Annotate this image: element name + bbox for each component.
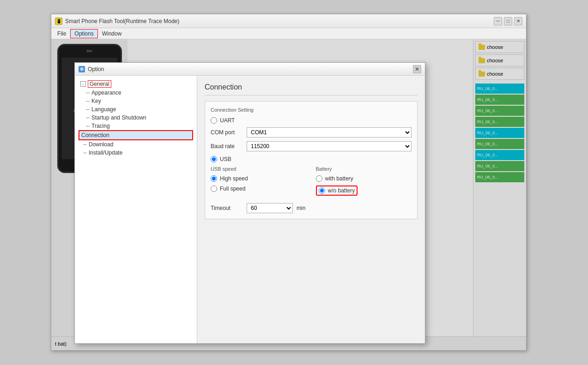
tree-label-tracing[interactable]: Tracing xyxy=(91,123,110,129)
tree-dash-language xyxy=(86,109,90,110)
app-title: Smart Phone Flash Tool(Runtime Trace Mod… xyxy=(65,18,179,24)
window-menu[interactable]: Window xyxy=(98,29,126,38)
uart-label: UART xyxy=(220,117,235,124)
tree-label-appearance[interactable]: Appearance xyxy=(91,90,121,96)
high-speed-row: High speed xyxy=(211,175,307,182)
tree-dash-download xyxy=(83,144,87,145)
tree-label-install-update[interactable]: Install/Update xyxy=(89,150,122,156)
tree-label-general[interactable]: General xyxy=(88,80,111,88)
title-controls: ─ □ ✕ xyxy=(494,17,522,25)
option-dialog: ⚙ Option ✕ - General xyxy=(74,62,425,344)
close-button[interactable]: ✕ xyxy=(514,17,522,25)
com-port-label: COM port xyxy=(211,129,243,136)
high-speed-label: High speed xyxy=(220,175,248,182)
dialog-title-left: ⚙ Option xyxy=(79,66,104,72)
with-battery-label: with battery xyxy=(325,175,353,182)
with-battery-radio[interactable] xyxy=(316,175,322,182)
with-battery-row: with battery xyxy=(316,175,412,182)
timeout-unit: min xyxy=(297,205,305,211)
app-window: 📱 Smart Phone Flash Tool(Runtime Trace M… xyxy=(51,14,527,351)
battery-column: Battery with battery w/o battery xyxy=(316,166,412,199)
tree-expand-general[interactable]: - xyxy=(80,81,86,87)
usb-speed-column: USB speed High speed Full speed xyxy=(211,166,307,199)
tree-label-startup-shutdown[interactable]: Startup and Shutdown xyxy=(91,114,146,121)
baud-rate-row: Baud rate 115200 xyxy=(211,141,412,151)
tree-item-connection[interactable]: Connection xyxy=(79,130,193,140)
wo-battery-row: w/o battery xyxy=(316,185,412,196)
tree-item-general[interactable]: - General xyxy=(79,79,193,89)
tree-dash-key xyxy=(86,101,90,102)
uart-row: UART xyxy=(211,117,412,124)
usb-battery-columns: USB speed High speed Full speed xyxy=(211,166,412,199)
maximize-button[interactable]: □ xyxy=(504,17,512,25)
tree-panel: - General Appearance Key xyxy=(75,76,197,343)
tree-item-key[interactable]: Key xyxy=(79,97,193,105)
battery-title: Battery xyxy=(316,166,412,172)
dialog-icon: ⚙ xyxy=(79,66,85,72)
modal-overlay: ⚙ Option ✕ - General xyxy=(51,39,526,350)
usb-row: USB xyxy=(211,156,412,162)
baud-rate-label: Baud rate xyxy=(211,143,243,150)
dialog-body: - General Appearance Key xyxy=(75,76,425,343)
minimize-button[interactable]: ─ xyxy=(494,17,502,25)
full-speed-radio[interactable] xyxy=(211,185,217,192)
high-speed-radio[interactable] xyxy=(211,175,217,182)
usb-radio[interactable] xyxy=(211,156,217,162)
dialog-close-button[interactable]: ✕ xyxy=(413,65,421,73)
timeout-select[interactable]: 60 xyxy=(247,203,293,213)
com-port-select[interactable]: COM1 xyxy=(247,127,412,138)
tree-dash-appearance xyxy=(86,93,90,93)
wo-battery-label: w/o battery xyxy=(328,187,355,194)
full-speed-row: Full speed xyxy=(211,185,307,192)
tree-item-install-update[interactable]: Install/Update xyxy=(79,149,193,157)
tree-item-language[interactable]: Language xyxy=(79,105,193,114)
content-panel: Connection Connection Setting UART COM p… xyxy=(197,76,425,343)
timeout-label: Timeout xyxy=(211,205,243,211)
dialog-title-text: Option xyxy=(88,66,104,72)
tree-item-download[interactable]: Download xyxy=(79,140,193,149)
menu-bar: File Options Window xyxy=(51,28,526,39)
usb-speed-title: USB speed xyxy=(211,166,307,172)
wo-battery-highlight: w/o battery xyxy=(316,185,358,196)
file-menu[interactable]: File xyxy=(53,29,70,38)
title-bar-left: 📱 Smart Phone Flash Tool(Runtime Trace M… xyxy=(55,18,179,25)
wo-battery-radio[interactable] xyxy=(319,187,325,194)
options-menu[interactable]: Options xyxy=(70,29,97,38)
connection-settings-box: Connection Setting UART COM port COM1 xyxy=(205,101,418,219)
tree-dash-install xyxy=(83,153,87,153)
tree-item-startup-shutdown[interactable]: Startup and Shutdown xyxy=(79,114,193,122)
uart-radio[interactable] xyxy=(211,117,217,124)
timeout-row: Timeout 60 min xyxy=(211,203,412,213)
tree-dash-tracing xyxy=(86,126,90,126)
app-content: BM MT657 choose choose choose xyxy=(51,39,526,350)
tree-label-language[interactable]: Language xyxy=(91,106,116,113)
com-port-row: COM port COM1 xyxy=(211,127,412,138)
app-icon: 📱 xyxy=(55,18,62,25)
usb-label: USB xyxy=(220,156,231,162)
tree-dash-startup xyxy=(86,118,90,118)
section-label: Connection Setting xyxy=(211,107,412,113)
tree-item-tracing[interactable]: Tracing xyxy=(79,122,193,130)
tree-item-appearance[interactable]: Appearance xyxy=(79,89,193,97)
content-title: Connection xyxy=(205,83,418,96)
baud-rate-select[interactable]: 115200 xyxy=(247,141,412,151)
tree-label-download[interactable]: Download xyxy=(89,141,113,148)
full-speed-label: Full speed xyxy=(220,185,245,192)
dialog-title-bar: ⚙ Option ✕ xyxy=(75,63,425,76)
title-bar: 📱 Smart Phone Flash Tool(Runtime Trace M… xyxy=(51,14,526,28)
tree-label-connection[interactable]: Connection xyxy=(81,132,109,138)
tree-label-key[interactable]: Key xyxy=(91,98,101,104)
